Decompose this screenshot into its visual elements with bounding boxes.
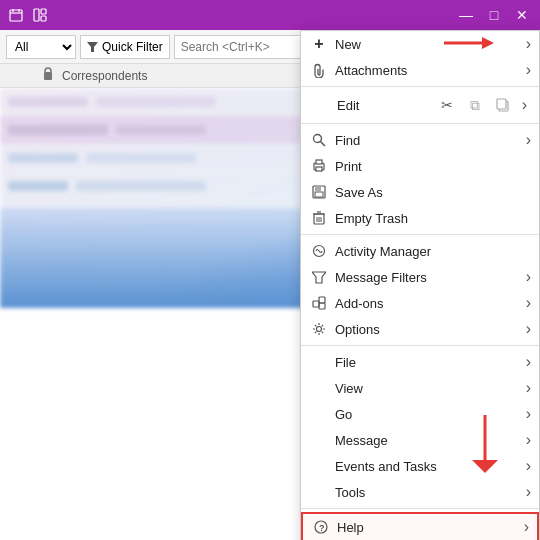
separator-2 [301,123,539,124]
menu-item-message[interactable]: Message [301,427,539,453]
menu-item-view[interactable]: View [301,375,539,401]
quick-filter-label: Quick Filter [102,40,163,54]
menu-item-go[interactable]: Go [301,401,539,427]
menu-item-messagefilters[interactable]: Message Filters [301,264,539,290]
menu-label-new: New [335,37,527,52]
menu-label-tools: Tools [335,485,527,500]
menu-label-eventsandtasks: Events and Tasks [335,459,527,474]
svg-rect-5 [41,9,46,14]
attachments-icon [311,62,327,78]
menu-item-find[interactable]: Find [301,127,539,153]
svg-rect-29 [313,301,319,307]
menu-label-file: File [335,355,527,370]
maximize-button[interactable]: □ [484,5,504,25]
minimize-button[interactable]: — [456,5,476,25]
separator-4 [301,345,539,346]
menu-item-new[interactable]: + New [301,31,539,57]
find-icon [311,132,327,148]
paste-icon[interactable] [492,94,514,116]
go-spacer [311,406,327,422]
svg-rect-20 [315,192,323,197]
menu-item-file[interactable]: File [301,349,539,375]
menu-label-activitymanager: Activity Manager [335,244,527,259]
menu-label-go: Go [335,407,527,422]
menu-item-attachments[interactable]: Attachments [301,57,539,83]
attach-col-header [38,67,58,84]
separator-5 [301,508,539,509]
svg-rect-10 [44,72,52,80]
menu-label-options: Options [335,322,527,337]
svg-marker-28 [312,272,326,283]
svg-marker-7 [87,42,98,52]
menu-item-addons[interactable]: Add-ons [301,290,539,316]
dropdown-menu: + New Attachments Edit ✂ ⧉ › [300,30,540,540]
activity-icon [311,243,327,259]
menu-item-print[interactable]: Print [301,153,539,179]
menu-label-view: View [335,381,527,396]
edit-row: Edit ✂ ⧉ › [301,90,539,120]
menu-item-eventsandtasks[interactable]: Events and Tasks [301,453,539,479]
svg-rect-31 [319,303,325,309]
menu-item-emptytrash[interactable]: Empty Trash [301,205,539,231]
calendar-icon[interactable] [8,7,24,23]
svg-rect-0 [10,10,22,21]
folder-select[interactable]: All [6,35,76,59]
menu-label-attachments: Attachments [335,63,527,78]
separator-1 [301,86,539,87]
svg-line-14 [321,142,326,147]
svg-rect-6 [41,16,46,21]
svg-rect-4 [34,9,39,21]
menu-item-activitymanager[interactable]: Activity Manager [301,238,539,264]
options-icon [311,321,327,337]
layout-icon[interactable] [32,7,48,23]
lock-icon [42,67,54,81]
print-icon [311,158,327,174]
svg-rect-19 [315,186,321,191]
saveas-icon [311,184,327,200]
menu-item-tools[interactable]: Tools [301,479,539,505]
menu-label-help: Help [337,520,525,535]
menu-label-addons: Add-ons [335,296,527,311]
menu-label-message: Message [335,433,527,448]
menu-label-messagefilters: Message Filters [335,270,527,285]
svg-text:?: ? [319,523,325,533]
svg-rect-30 [319,297,325,303]
edit-arrow: › [522,96,527,114]
file-spacer [311,354,327,370]
svg-rect-12 [497,99,506,109]
events-spacer [311,458,327,474]
svg-point-13 [314,135,322,143]
title-bar: — □ ✕ [0,0,540,30]
filter-icon [87,41,98,52]
menu-label-edit: Edit [313,98,359,113]
help-icon: ? [313,519,329,535]
quick-filter-button[interactable]: Quick Filter [80,35,170,59]
menu-label-saveas: Save As [335,185,527,200]
new-icon: + [311,36,327,52]
menu-label-find: Find [335,133,527,148]
view-spacer [311,380,327,396]
tools-spacer [311,484,327,500]
menu-label-print: Print [335,159,527,174]
message-spacer [311,432,327,448]
menu-item-help[interactable]: ? Help [301,512,539,540]
cut-icon[interactable]: ✂ [436,94,458,116]
trash-icon [311,210,327,226]
svg-rect-16 [316,160,322,164]
close-button[interactable]: ✕ [512,5,532,25]
menu-item-options[interactable]: Options [301,316,539,342]
copy-icon[interactable]: ⧉ [464,94,486,116]
svg-point-32 [317,327,322,332]
menu-label-emptytrash: Empty Trash [335,211,527,226]
menu-item-saveas[interactable]: Save As [301,179,539,205]
addons-icon [311,295,327,311]
svg-rect-17 [316,167,322,171]
separator-3 [301,234,539,235]
messagefilters-icon [311,269,327,285]
